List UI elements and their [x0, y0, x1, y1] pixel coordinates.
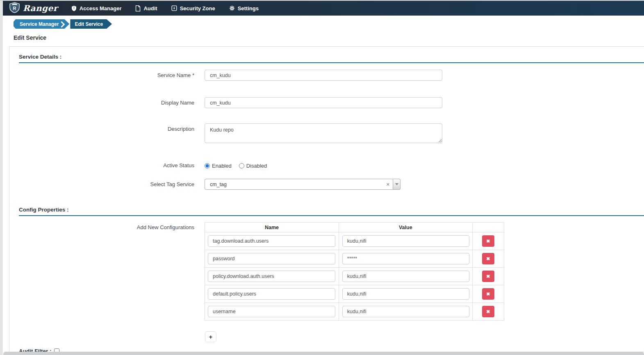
- description-textarea[interactable]: Kudu repo: [205, 123, 442, 143]
- nav-audit[interactable]: Audit: [128, 1, 164, 16]
- enabled-radio[interactable]: Enabled: [205, 163, 232, 169]
- action-column-header: [472, 223, 504, 232]
- config-name-input[interactable]: [208, 253, 335, 264]
- config-table-header: Name Value: [205, 223, 504, 232]
- breadcrumb-label: Edit Service: [75, 21, 103, 27]
- tag-service-row: Select Tag Service cm_tag ×: [9, 179, 644, 190]
- config-value-input[interactable]: [342, 288, 469, 300]
- svg-text:R: R: [13, 6, 16, 11]
- enabled-radio-input[interactable]: [205, 163, 210, 168]
- config-name-input[interactable]: [208, 288, 335, 300]
- tag-service-select[interactable]: cm_tag ×: [205, 179, 401, 190]
- disabled-radio-label: Disabled: [246, 163, 267, 169]
- config-value-input[interactable]: [342, 235, 469, 247]
- service-name-label: Service Name *: [9, 70, 194, 78]
- tag-service-label: Select Tag Service: [9, 179, 194, 187]
- add-row-button[interactable]: +: [205, 331, 216, 342]
- name-column-header: Name: [205, 223, 339, 232]
- shield-icon: [71, 5, 77, 11]
- active-status-label: Active Status: [9, 160, 194, 168]
- config-value-input[interactable]: [342, 306, 469, 317]
- nav-item-label: Audit: [143, 5, 157, 11]
- section-divider: [19, 215, 644, 216]
- page: R Ranger Access Manager Audit: [3, 1, 644, 355]
- display-name-row: Display Name: [9, 97, 644, 108]
- nav-item-label: Settings: [238, 5, 259, 11]
- breadcrumb-label: Service Manager: [20, 21, 59, 27]
- nav-item-label: Security Zone: [180, 5, 215, 11]
- service-details-heading: Service Details :: [19, 54, 644, 60]
- add-configurations-label: Add New Configurations: [9, 222, 194, 230]
- clear-icon[interactable]: ×: [386, 181, 389, 187]
- service-name-input[interactable]: [205, 70, 442, 81]
- config-properties-row: Add New Configurations Name Value: [9, 222, 644, 321]
- disabled-radio[interactable]: Disabled: [239, 163, 267, 169]
- display-name-label: Display Name: [9, 97, 194, 106]
- chevron-down-icon: [395, 183, 398, 185]
- config-row: ✖: [205, 250, 504, 268]
- selected-tag: cm_tag: [210, 182, 386, 187]
- nav-settings[interactable]: Settings: [222, 1, 266, 16]
- config-row: ✖: [205, 232, 504, 250]
- section-divider: [19, 62, 644, 63]
- page-title: Edit Service: [14, 34, 644, 41]
- next-section-edge: [3, 352, 644, 355]
- breadcrumb: Service Manager Edit Service: [3, 16, 644, 29]
- nav-access-manager[interactable]: Access Manager: [64, 1, 129, 16]
- config-value-input[interactable]: [342, 271, 469, 282]
- description-row: Description Kudu repo: [9, 123, 644, 145]
- ranger-logo-icon: R: [9, 2, 20, 15]
- config-value-input[interactable]: [342, 253, 469, 264]
- breadcrumb-service-manager[interactable]: Service Manager: [14, 19, 69, 29]
- tag-service-select-value[interactable]: cm_tag ×: [205, 179, 393, 190]
- service-name-row: Service Name *: [9, 70, 644, 81]
- config-row: ✖: [205, 285, 504, 303]
- delete-row-button[interactable]: ✖: [482, 235, 494, 247]
- top-navbar: R Ranger Access Manager Audit: [3, 1, 644, 16]
- dropdown-toggle[interactable]: [393, 179, 401, 190]
- gear-icon: [229, 5, 235, 11]
- ranger-brand[interactable]: R Ranger: [3, 1, 64, 16]
- delete-row-button[interactable]: ✖: [482, 271, 494, 282]
- edit-service-panel: Service Details : Service Name * Display…: [9, 46, 644, 352]
- display-name-input[interactable]: [205, 97, 442, 108]
- config-name-input[interactable]: [208, 271, 335, 282]
- breadcrumb-edit-service[interactable]: Edit Service: [70, 19, 112, 29]
- config-row: ✖: [205, 268, 504, 285]
- description-label: Description: [9, 123, 194, 132]
- document-icon: [135, 5, 141, 11]
- nav-item-label: Access Manager: [80, 5, 122, 11]
- delete-row-button[interactable]: ✖: [482, 288, 494, 300]
- config-name-input[interactable]: [208, 306, 335, 317]
- config-table: Name Value ✖: [205, 222, 504, 321]
- enabled-radio-label: Enabled: [212, 163, 232, 169]
- nav-security-zone[interactable]: Security Zone: [164, 1, 222, 16]
- active-status-row: Active Status Enabled Disabled: [9, 160, 644, 169]
- config-name-input[interactable]: [208, 235, 335, 247]
- value-column-header: Value: [339, 223, 472, 232]
- zone-bolt-icon: [171, 5, 177, 11]
- delete-row-button[interactable]: ✖: [482, 253, 494, 264]
- config-row: ✖: [205, 303, 504, 321]
- config-properties-heading: Config Properties :: [19, 207, 644, 213]
- disabled-radio-input[interactable]: [239, 163, 244, 168]
- delete-row-button[interactable]: ✖: [482, 306, 494, 317]
- brand-name: Ranger: [23, 3, 58, 13]
